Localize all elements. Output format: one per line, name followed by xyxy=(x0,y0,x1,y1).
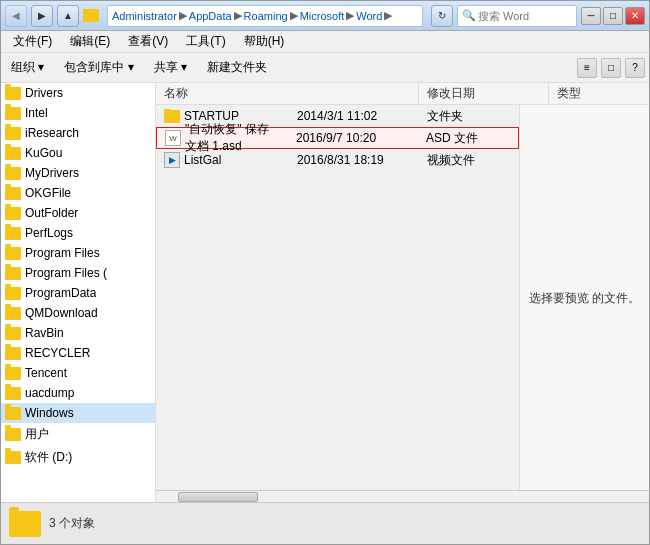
up-button[interactable]: ▲ xyxy=(57,5,79,27)
column-name[interactable]: 名称 xyxy=(156,83,419,104)
sidebar-item-software-d[interactable]: 软件 (D:) xyxy=(1,446,155,469)
sidebar-item-uacdump[interactable]: uacdump xyxy=(1,383,155,403)
help-button[interactable]: ? xyxy=(625,58,645,78)
folder-icon xyxy=(5,247,21,260)
sidebar-item-recycler[interactable]: RECYCLER xyxy=(1,343,155,363)
menu-tools[interactable]: 工具(T) xyxy=(178,31,233,52)
sidebar-item-label: iResearch xyxy=(25,126,79,140)
sidebar-item-outfolder[interactable]: OutFolder xyxy=(1,203,155,223)
include-library-button[interactable]: 包含到库中 ▾ xyxy=(58,57,139,78)
organize-button[interactable]: 组织 ▾ xyxy=(5,57,50,78)
folder-icon xyxy=(5,187,21,200)
sidebar-item-qmdownload[interactable]: QMDownload xyxy=(1,303,155,323)
sidebar-item-user[interactable]: 用户 xyxy=(1,423,155,446)
back-button[interactable]: ◀ xyxy=(5,5,27,27)
scrollbar-thumb[interactable] xyxy=(178,492,258,502)
folder-icon xyxy=(5,451,21,464)
column-type[interactable]: 类型 xyxy=(549,83,649,104)
breadcrumb-end-arrow: ▶ xyxy=(384,9,392,22)
folder-icon xyxy=(5,267,21,280)
close-button[interactable]: ✕ xyxy=(625,7,645,25)
menu-help[interactable]: 帮助(H) xyxy=(236,31,293,52)
forward-button[interactable]: ▶ xyxy=(31,5,53,27)
menu-view[interactable]: 查看(V) xyxy=(120,31,176,52)
sidebar-item-ravbin[interactable]: RavBin xyxy=(1,323,155,343)
right-info-panel: 选择要预览 的文件。 xyxy=(519,105,649,490)
menu-edit[interactable]: 编辑(E) xyxy=(62,31,118,52)
window-controls: ─ □ ✕ xyxy=(581,7,645,25)
column-modified[interactable]: 修改日期 xyxy=(419,83,549,104)
minimize-button[interactable]: ─ xyxy=(581,7,601,25)
sidebar-item-programdata[interactable]: ProgramData xyxy=(1,283,155,303)
breadcrumb-sep-1: ▶ xyxy=(179,9,187,22)
folder-icon-title xyxy=(83,9,99,22)
sidebar-item-label: Windows xyxy=(25,406,74,420)
file-type-cell: 视频文件 xyxy=(419,152,519,169)
sidebar-item-label: OutFolder xyxy=(25,206,78,220)
sidebar-item-label: QMDownload xyxy=(25,306,98,320)
search-input[interactable] xyxy=(478,10,558,22)
breadcrumb-sep-3: ▶ xyxy=(290,9,298,22)
search-bar[interactable]: 🔍 xyxy=(457,5,577,27)
sidebar-item-perflogs[interactable]: PerfLogs xyxy=(1,223,155,243)
breadcrumb-roaming[interactable]: Roaming xyxy=(244,10,288,22)
folder-icon xyxy=(5,347,21,360)
content-area: Drivers Intel iResearch KuGou MyDrivers … xyxy=(1,83,649,502)
file-name: ListGal xyxy=(184,153,221,167)
folder-icon xyxy=(164,110,180,123)
breadcrumb-word[interactable]: Word xyxy=(356,10,382,22)
sidebar-item-label: KuGou xyxy=(25,146,62,160)
title-bar: ◀ ▶ ▲ Administrator ▶ AppData ▶ Roaming … xyxy=(1,1,649,31)
search-icon: 🔍 xyxy=(462,9,476,22)
toolbar: 组织 ▾ 包含到库中 ▾ 共享 ▾ 新建文件夹 ≡ □ ? xyxy=(1,53,649,83)
sidebar-item-windows[interactable]: Windows xyxy=(1,403,155,423)
share-button[interactable]: 共享 ▾ xyxy=(148,57,193,78)
horizontal-scrollbar[interactable] xyxy=(156,490,649,502)
breadcrumb-appdata[interactable]: AppData xyxy=(189,10,232,22)
asd-file-icon: W xyxy=(165,130,181,146)
sidebar-item-okgfile[interactable]: OKGFile xyxy=(1,183,155,203)
folder-icon xyxy=(5,327,21,340)
file-name-cell: W "自动恢复" 保存文档 1.asd xyxy=(157,121,288,155)
folder-icon xyxy=(5,428,21,441)
breadcrumb-sep-2: ▶ xyxy=(234,9,242,22)
sidebar-item-label: uacdump xyxy=(25,386,74,400)
sidebar-item-label: ProgramData xyxy=(25,286,96,300)
menu-file[interactable]: 文件(F) xyxy=(5,31,60,52)
folder-icon xyxy=(5,227,21,240)
new-folder-button[interactable]: 新建文件夹 xyxy=(201,57,273,78)
sidebar-item-mydrivers[interactable]: MyDrivers xyxy=(1,163,155,183)
status-folder-icon xyxy=(9,511,41,537)
folder-icon xyxy=(5,387,21,400)
sidebar-item-drivers[interactable]: Drivers xyxy=(1,83,155,103)
folder-icon xyxy=(5,127,21,140)
breadcrumb-administrator[interactable]: Administrator xyxy=(112,10,177,22)
file-list-header: 名称 修改日期 类型 xyxy=(156,83,649,105)
table-row[interactable]: ▶ ListGal 2016/8/31 18:19 视频文件 xyxy=(156,149,519,171)
left-panel: Drivers Intel iResearch KuGou MyDrivers … xyxy=(1,83,156,502)
sidebar-item-label: RECYCLER xyxy=(25,346,90,360)
file-date-cell: 2016/8/31 18:19 xyxy=(289,153,419,167)
file-date-cell: 2014/3/1 11:02 xyxy=(289,109,419,123)
status-count: 3 个对象 xyxy=(49,515,95,532)
breadcrumb-bar[interactable]: Administrator ▶ AppData ▶ Roaming ▶ Micr… xyxy=(107,5,423,27)
sidebar-item-label: Tencent xyxy=(25,366,67,380)
sidebar-item-iresearch[interactable]: iResearch xyxy=(1,123,155,143)
sidebar-item-kugou[interactable]: KuGou xyxy=(1,143,155,163)
view-icon-button[interactable]: □ xyxy=(601,58,621,78)
main-window: ◀ ▶ ▲ Administrator ▶ AppData ▶ Roaming … xyxy=(0,0,650,545)
sidebar-item-tencent[interactable]: Tencent xyxy=(1,363,155,383)
maximize-button[interactable]: □ xyxy=(603,7,623,25)
file-name: "自动恢复" 保存文档 1.asd xyxy=(185,121,280,155)
folder-icon xyxy=(5,167,21,180)
view-buttons: ≡ □ ? xyxy=(577,58,645,78)
view-list-button[interactable]: ≡ xyxy=(577,58,597,78)
sidebar-item-programfiles2[interactable]: Program Files ( xyxy=(1,263,155,283)
right-panel: 名称 修改日期 类型 STARTUP 2014/3/1 11:02 文件夹 xyxy=(156,83,649,502)
sidebar-item-intel[interactable]: Intel xyxy=(1,103,155,123)
sidebar-item-programfiles[interactable]: Program Files xyxy=(1,243,155,263)
refresh-button[interactable]: ↻ xyxy=(431,5,453,27)
breadcrumb-microsoft[interactable]: Microsoft xyxy=(300,10,345,22)
table-row[interactable]: W "自动恢复" 保存文档 1.asd 2016/9/7 10:20 ASD 文… xyxy=(156,127,519,149)
menu-bar: 文件(F) 编辑(E) 查看(V) 工具(T) 帮助(H) xyxy=(1,31,649,53)
